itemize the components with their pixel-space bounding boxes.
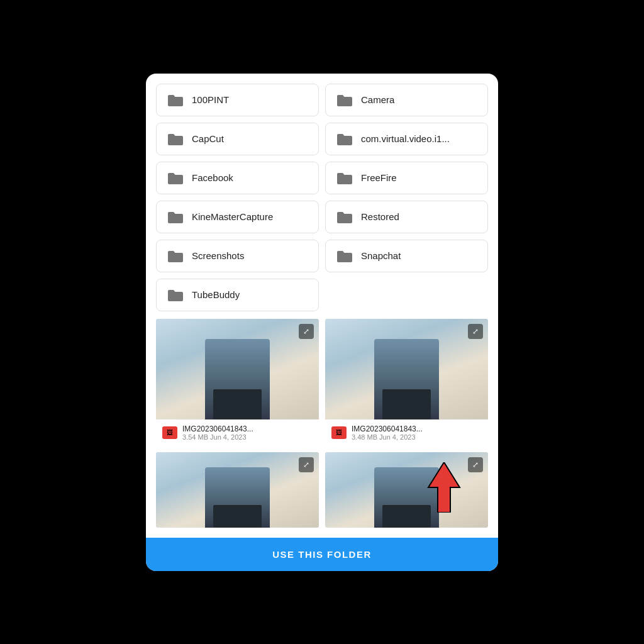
- folder-name: 100PINT: [192, 94, 229, 105]
- folder-icon: [167, 210, 184, 224]
- red-arrow-indicator: [425, 462, 463, 515]
- expand-icon-3[interactable]: ⤢: [299, 457, 314, 472]
- image-info-1: IMG202306041843... 3.54 MB Jun 4, 2023: [156, 419, 319, 446]
- image-meta-1: 3.54 MB Jun 4, 2023: [182, 433, 253, 441]
- folder-name: KineMasterCapture: [192, 211, 273, 222]
- folder-icon: [336, 210, 353, 224]
- folder-item-comvirtual[interactable]: com.virtual.video.i1...: [325, 123, 488, 155]
- folder-item-capcut[interactable]: CapCut: [156, 123, 319, 155]
- folder-grid: 100PINT Camera CapCut: [156, 84, 488, 311]
- folder-icon: [167, 93, 184, 107]
- image-card-4[interactable]: ⤢: [325, 452, 488, 528]
- folder-icon: [336, 171, 353, 185]
- photo-sim: [156, 452, 319, 528]
- folder-icon: [167, 132, 184, 146]
- use-this-folder-button[interactable]: USE THIS FOLDER: [146, 538, 498, 571]
- photo-sim: [156, 319, 319, 419]
- image-thumb-3: ⤢: [156, 452, 319, 528]
- folder-item-snapchat[interactable]: Snapchat: [325, 240, 488, 272]
- device-frame: 100PINT Camera CapCut: [146, 74, 498, 571]
- image-name-2: IMG202306041843...: [352, 425, 423, 433]
- folder-item-100pint[interactable]: 100PINT: [156, 84, 319, 116]
- folder-item-kinemastercapture[interactable]: KineMasterCapture: [156, 201, 319, 233]
- image-text-1: IMG202306041843... 3.54 MB Jun 4, 2023: [182, 425, 253, 441]
- content-area: 100PINT Camera CapCut: [146, 74, 498, 538]
- folder-name: Camera: [361, 94, 394, 105]
- folder-name: Screenshots: [192, 250, 244, 261]
- folder-item-restored[interactable]: Restored: [325, 201, 488, 233]
- folder-icon: [167, 171, 184, 185]
- image-card-3[interactable]: ⤢: [156, 452, 319, 528]
- expand-icon-4[interactable]: ⤢: [468, 457, 483, 472]
- folder-name: Snapchat: [361, 250, 401, 261]
- folder-item-facebook[interactable]: Facebook: [156, 162, 319, 194]
- folder-name: Restored: [361, 211, 399, 222]
- image-file-icon-2: [331, 426, 347, 439]
- folder-name: TubeBuddy: [192, 289, 240, 300]
- image-thumb-4: ⤢: [325, 452, 488, 528]
- image-thumb-2: ⤢: [325, 319, 488, 419]
- image-grid: ⤢ IMG202306041843... 3.54 MB Jun 4, 2023: [156, 319, 488, 528]
- image-card-2[interactable]: ⤢ IMG202306041843... 3.48 MB Jun 4, 2023: [325, 319, 488, 446]
- folder-name: com.virtual.video.i1...: [361, 133, 450, 144]
- folder-name: Facebook: [192, 172, 233, 183]
- folder-item-screenshots[interactable]: Screenshots: [156, 240, 319, 272]
- folder-icon: [167, 288, 184, 302]
- photo-sim: [325, 319, 488, 419]
- image-text-2: IMG202306041843... 3.48 MB Jun 4, 2023: [352, 425, 423, 441]
- image-thumb-1: ⤢: [156, 319, 319, 419]
- folder-name: CapCut: [192, 133, 224, 144]
- folder-name: FreeFire: [361, 172, 397, 183]
- photo-sim: [325, 452, 488, 528]
- folder-icon: [336, 132, 353, 146]
- image-name-1: IMG202306041843...: [182, 425, 253, 433]
- image-file-icon-1: [162, 426, 177, 439]
- expand-icon-1[interactable]: ⤢: [299, 324, 314, 339]
- folder-item-camera[interactable]: Camera: [325, 84, 488, 116]
- image-card-1[interactable]: ⤢ IMG202306041843... 3.54 MB Jun 4, 2023: [156, 319, 319, 446]
- folder-item-tubebuddy[interactable]: TubeBuddy: [156, 279, 319, 311]
- folder-icon: [336, 249, 353, 263]
- image-info-2: IMG202306041843... 3.48 MB Jun 4, 2023: [325, 419, 488, 446]
- folder-item-freefire[interactable]: FreeFire: [325, 162, 488, 194]
- folder-icon: [167, 249, 184, 263]
- image-meta-2: 3.48 MB Jun 4, 2023: [352, 433, 423, 441]
- folder-icon: [336, 93, 353, 107]
- expand-icon-2[interactable]: ⤢: [468, 324, 483, 339]
